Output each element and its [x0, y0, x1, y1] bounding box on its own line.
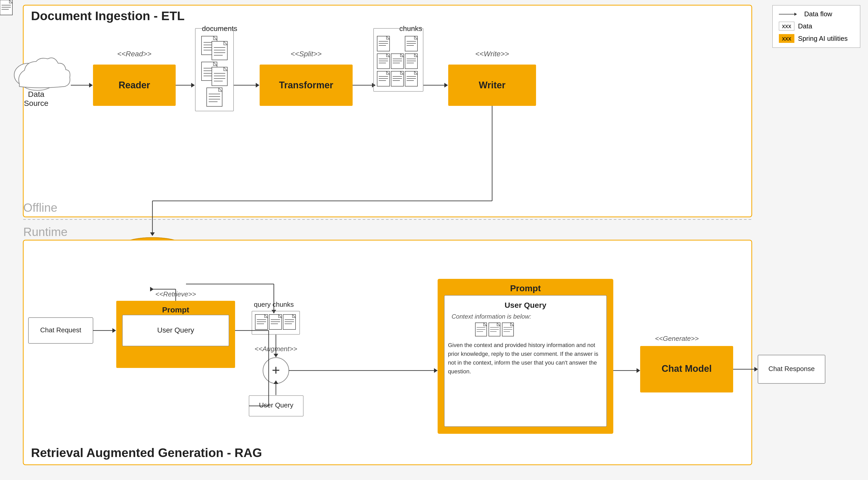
rag-title: Retrieval Augmented Generation - RAG [31, 446, 262, 459]
user-query-standalone-label: User Query [259, 401, 293, 409]
chunk8 [391, 71, 404, 86]
datasource-label2: Source [24, 99, 48, 107]
read-label: <<Read>> [117, 50, 151, 58]
chunk3 [405, 36, 417, 51]
bp-doc1 [475, 323, 487, 336]
reader-label: Reader [119, 80, 150, 90]
writer-label: Writer [479, 80, 505, 90]
big-prompt-user-query: User Query [504, 301, 547, 309]
split-label: <<Split>> [291, 50, 322, 58]
user-query-inner-label: User Query [157, 326, 194, 334]
bp-doc3 [502, 323, 514, 336]
doc2 [212, 41, 227, 60]
augment-label: <<Augment>> [255, 345, 297, 353]
chunk6 [405, 54, 417, 69]
chunk5 [391, 54, 404, 69]
arrowhead-to-vector [150, 232, 155, 236]
diagram-svg: Document Ingestion - ETL Data Source Rea… [0, 0, 852, 470]
datasource-label: Data [28, 90, 44, 98]
runtime-label: Runtime [23, 225, 67, 238]
generate-label: <<Generate>> [655, 334, 699, 342]
chunk1 [377, 36, 390, 51]
plus-sign: + [272, 362, 280, 378]
doc4 [212, 67, 227, 86]
qchunk2 [269, 315, 282, 329]
offline-label: Offline [23, 201, 57, 214]
qchunk1 [255, 315, 268, 329]
chat-request-label: Chat Request [40, 326, 82, 334]
arrowhead-chatmodel-chatresponse [754, 367, 758, 372]
chunk4 [377, 54, 390, 69]
chunk9 [405, 71, 417, 86]
context-label: Context information is below: [452, 313, 531, 320]
doc5 [207, 88, 222, 106]
big-prompt-body-text: Given the context and provided history i… [447, 340, 602, 422]
qchunk3 [283, 315, 296, 329]
bp-doc2 [489, 323, 500, 336]
query-chunks-title: query chunks [254, 300, 294, 308]
transformer-label: Transformer [279, 80, 333, 90]
chunk7 [377, 71, 390, 86]
chat-model-label: Chat Model [661, 363, 712, 374]
write-label: <<Write>> [475, 50, 509, 58]
prompt-rt-title: Prompt [162, 306, 189, 314]
big-prompt-title: Prompt [510, 283, 541, 293]
chunk2 [0, 0, 12, 15]
etl-title: Document Ingestion - ETL [31, 9, 185, 23]
chat-response-label: Chat Response [768, 365, 814, 373]
